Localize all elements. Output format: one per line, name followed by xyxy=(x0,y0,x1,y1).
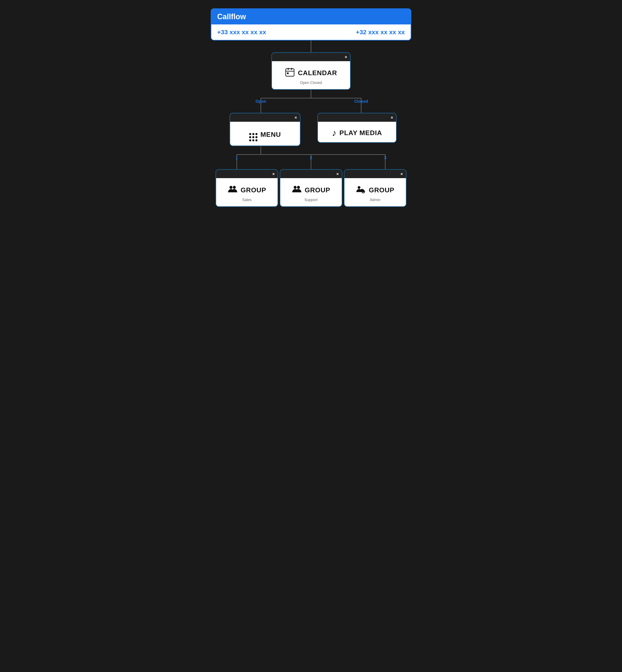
group-support-node: × GROUP Support xyxy=(280,169,342,207)
play-media-node-header: × xyxy=(318,113,396,122)
callflow-header: Callflow xyxy=(211,9,411,25)
group-admin-close-button[interactable]: × xyxy=(401,172,403,176)
play-media-title: PLAY MEDIA xyxy=(339,129,382,137)
calendar-close-button[interactable]: × xyxy=(345,55,347,59)
branch-connector-2: 1 2 3 xyxy=(211,146,411,169)
menu-node: × MENU xyxy=(230,113,301,146)
group-sales-body: GROUP Sales xyxy=(216,178,278,206)
group-admin-icon xyxy=(356,184,366,196)
phone-number-left: +33 xxx xx xx xx xyxy=(217,29,266,36)
calendar-title: CALENDAR xyxy=(298,69,337,77)
group-admin-icon-label: GROUP xyxy=(356,184,394,196)
group-support-subtitle: Support xyxy=(304,198,317,202)
group-admin-node: × xyxy=(344,169,407,207)
play-media-node: × ♪ PLAY MEDIA xyxy=(317,113,397,143)
group-sales-close-button[interactable]: × xyxy=(272,172,275,176)
group-admin-subtitle: Admin xyxy=(370,198,380,202)
branch-connector-1: Open Closed xyxy=(211,90,411,113)
menu-icon-label: MENU xyxy=(249,127,281,141)
svg-rect-5 xyxy=(287,72,289,74)
svg-rect-2 xyxy=(288,68,289,70)
menu-node-body: MENU xyxy=(230,122,300,146)
group-support-body: GROUP Support xyxy=(280,178,342,206)
menu-close-button[interactable]: × xyxy=(295,115,297,120)
groups-row: × GROUP Sales xyxy=(211,169,411,207)
callflow-title: Callflow xyxy=(217,12,246,21)
diagram-container: Callflow +33 xxx xx xx xx +32 xxx xx xx … xyxy=(211,8,411,207)
group-support-close-button[interactable]: × xyxy=(336,172,339,176)
svg-rect-3 xyxy=(291,68,292,70)
play-media-close-button[interactable]: × xyxy=(391,115,393,120)
callflow-box: Callflow +33 xxx xx xx xx +32 xxx xx xx … xyxy=(211,8,411,40)
group-support-header: × xyxy=(280,170,342,178)
svg-point-18 xyxy=(297,186,300,189)
num3-label: 3 xyxy=(359,155,411,160)
group-sales-subtitle: Sales xyxy=(242,198,252,202)
play-media-branch-col: × ♪ PLAY MEDIA xyxy=(311,113,403,143)
calendar-icon xyxy=(285,67,295,79)
callflow-numbers: +33 xxx xx xx xx +32 xxx xx xx xx xyxy=(211,25,411,40)
group-sales-icon xyxy=(228,184,238,196)
group-admin-body: GROUP Admin xyxy=(344,178,406,206)
calendar-node-header: × xyxy=(272,53,350,61)
closed-label: Closed xyxy=(311,99,411,104)
svg-point-16 xyxy=(233,186,236,189)
play-media-node-body: ♪ PLAY MEDIA xyxy=(318,122,396,142)
music-note-icon: ♪ xyxy=(332,127,337,138)
num2-label: 2 xyxy=(285,155,337,160)
group-sales-icon-label: GROUP xyxy=(228,184,266,196)
calendar-subtitle: Open Closed xyxy=(300,81,322,85)
group-support-icon xyxy=(292,184,302,196)
group-support-col: × GROUP Support xyxy=(279,169,343,207)
group-admin-col: × xyxy=(343,169,407,207)
play-media-icon-label: ♪ PLAY MEDIA xyxy=(332,127,382,138)
menu-node-header: × xyxy=(230,113,300,122)
menu-playmedia-row: × MENU xyxy=(211,113,411,146)
group-sales-node: × GROUP Sales xyxy=(215,169,278,207)
group-admin-title: GROUP xyxy=(369,186,394,194)
group-admin-header: × xyxy=(344,170,406,178)
group-sales-col: × GROUP Sales xyxy=(215,169,279,207)
calendar-node: × CALENDAR Open Closed xyxy=(271,52,351,90)
group-sales-header: × xyxy=(216,170,278,178)
svg-point-21 xyxy=(362,191,364,192)
connector-callflow-calendar xyxy=(311,40,311,52)
group-support-icon-label: GROUP xyxy=(292,184,330,196)
svg-point-17 xyxy=(293,186,297,189)
menu-icon xyxy=(249,127,257,141)
svg-point-15 xyxy=(230,186,233,189)
menu-branch-col: × MENU xyxy=(219,113,311,146)
calendar-node-body: CALENDAR Open Closed xyxy=(272,61,350,89)
svg-point-19 xyxy=(357,186,360,189)
calendar-icon-label: CALENDAR xyxy=(285,67,337,79)
menu-title: MENU xyxy=(261,131,281,139)
open-label: Open xyxy=(211,99,311,104)
num1-label: 1 xyxy=(211,155,263,160)
phone-number-right: +32 xxx xx xx xx xyxy=(356,29,405,36)
group-sales-title: GROUP xyxy=(241,186,266,194)
svg-rect-1 xyxy=(286,69,294,76)
group-support-title: GROUP xyxy=(305,186,330,194)
dots-grid-icon xyxy=(249,133,257,141)
